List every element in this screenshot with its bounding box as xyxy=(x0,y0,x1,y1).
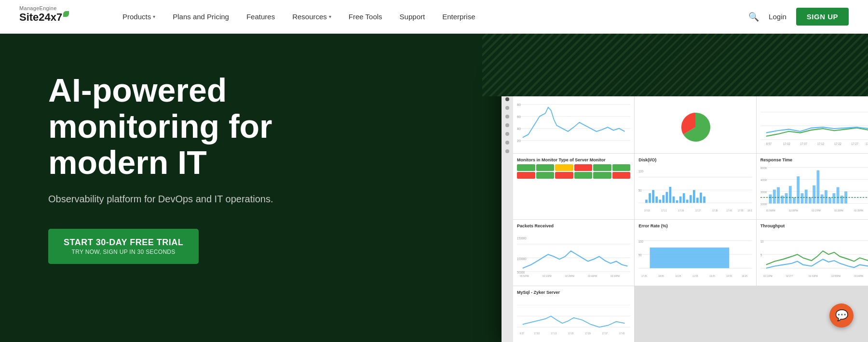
search-icon[interactable]: 🔍 xyxy=(748,12,759,22)
widget-throughput-chart: 10 5 02:13PM 02:27? 02:43PM 02:55PM 03:0… xyxy=(760,230,868,278)
sidebar-dot-1[interactable] xyxy=(505,97,509,101)
svg-rect-58 xyxy=(769,195,772,204)
dashboard-screenshot: ← Edit Dashboard Share This Raw Now Widg… xyxy=(502,72,868,342)
monitor-cell xyxy=(555,172,573,179)
svg-rect-39 xyxy=(696,198,699,203)
cta-sub-label: TRY NOW, SIGN UP IN 30 SECONDS xyxy=(64,249,183,255)
logo-manage-text: ManageEngine xyxy=(19,5,57,11)
svg-text:2000: 2000 xyxy=(760,191,767,194)
svg-text:17:29: 17:29 xyxy=(585,332,591,335)
hero-content: AI-powered monitoring for modern IT Obse… xyxy=(0,34,366,293)
svg-rect-74 xyxy=(832,193,835,203)
sidebar-dot-2[interactable] xyxy=(505,106,509,110)
widget-pie-chart xyxy=(638,98,752,153)
svg-rect-32 xyxy=(673,197,675,203)
login-button[interactable]: Login xyxy=(769,13,787,21)
svg-text:01:59PM: 01:59PM xyxy=(766,210,775,212)
widget-disk-io-chart: 100 50 xyxy=(638,164,752,212)
resources-chevron-icon: ▾ xyxy=(329,14,331,19)
svg-text:40: 40 xyxy=(517,127,521,131)
monitor-cell xyxy=(612,164,631,171)
monitor-cell xyxy=(574,172,593,179)
widget-packets-sent: Packets Sent 8:57 17:02 17:07 xyxy=(757,88,868,153)
diagonal-background xyxy=(482,34,868,96)
svg-text:1000: 1000 xyxy=(760,203,767,206)
widget-packets-received-title: Packets Received xyxy=(517,224,630,228)
monitor-cell xyxy=(517,172,535,179)
svg-text:17:22: 17:22 xyxy=(834,142,841,146)
svg-rect-34 xyxy=(679,197,682,203)
svg-text:100: 100 xyxy=(638,240,643,244)
svg-text:17:35: 17:35 xyxy=(712,209,718,211)
cta-button[interactable]: START 30-DAY FREE TRIAL TRY NOW, SIGN UP… xyxy=(48,229,199,264)
svg-text:50: 50 xyxy=(638,253,642,257)
svg-rect-72 xyxy=(825,190,827,204)
svg-text:6:57: 6:57 xyxy=(520,332,525,335)
svg-text:17:27: 17:27 xyxy=(695,209,701,211)
widget-disk-io: Disk(I/O) 100 50 xyxy=(635,154,756,219)
nav-links: Products ▾ Plans and Pricing Features Re… xyxy=(116,9,748,25)
nav-plans-pricing[interactable]: Plans and Pricing xyxy=(166,9,236,25)
svg-rect-26 xyxy=(652,190,655,203)
svg-rect-100 xyxy=(650,248,730,268)
svg-text:17:11: 17:11 xyxy=(661,209,667,211)
dashboard-body: CPU Utilization 20 40 60 80 xyxy=(502,88,868,342)
svg-rect-40 xyxy=(700,193,702,203)
sidebar-dot-6[interactable] xyxy=(505,141,509,145)
svg-text:17:02: 17:02 xyxy=(534,332,540,335)
svg-text:16:25: 16:25 xyxy=(742,275,747,278)
svg-rect-35 xyxy=(683,193,685,203)
svg-rect-75 xyxy=(836,187,839,204)
widget-response-time-title: Response Time xyxy=(760,158,868,162)
svg-rect-66 xyxy=(800,193,803,203)
widget-throughput-title: Throughput xyxy=(760,224,868,228)
cta-main-label: START 30-DAY FREE TRIAL xyxy=(64,237,183,248)
nav-enterprise[interactable]: Enterprise xyxy=(435,9,482,25)
widget-throughput: Throughput 10 5 02:13PM xyxy=(757,220,868,285)
svg-text:100: 100 xyxy=(638,170,643,173)
sidebar-dot-5[interactable] xyxy=(505,132,509,136)
svg-text:03:04PM: 03:04PM xyxy=(854,275,863,278)
svg-text:17:20: 17:20 xyxy=(568,332,574,335)
svg-rect-25 xyxy=(649,193,651,203)
svg-rect-67 xyxy=(804,190,807,204)
svg-text:18:03: 18:03 xyxy=(747,209,752,211)
svg-rect-37 xyxy=(690,195,692,203)
nav-products[interactable]: Products ▾ xyxy=(116,9,162,25)
svg-text:17:55: 17:55 xyxy=(738,209,744,211)
hero-section: AI-powered monitoring for modern IT Obse… xyxy=(0,34,868,342)
logo[interactable]: ManageEngine Site24x7 xyxy=(19,5,87,28)
svg-rect-28 xyxy=(659,200,662,203)
svg-rect-65 xyxy=(797,176,800,203)
svg-rect-70 xyxy=(816,171,819,204)
svg-text:50: 50 xyxy=(638,189,642,192)
svg-rect-71 xyxy=(820,195,823,204)
widget-monitor-grid xyxy=(517,164,630,212)
monitor-cell xyxy=(536,164,555,171)
svg-text:17:37: 17:37 xyxy=(602,332,608,335)
svg-text:20: 20 xyxy=(517,139,521,143)
svg-rect-61 xyxy=(781,196,784,203)
sidebar-dot-3[interactable] xyxy=(505,115,509,118)
svg-text:60: 60 xyxy=(517,115,521,119)
signup-button[interactable]: SIGN UP xyxy=(796,8,849,26)
nav-resources[interactable]: Resources ▾ xyxy=(285,9,338,25)
widget-error-rate-title: Error Rate (%) xyxy=(638,224,752,228)
widget-cpu: CPU Utilization 20 40 60 80 xyxy=(513,88,634,153)
chat-button[interactable]: 💬 xyxy=(829,303,854,328)
svg-text:8:57: 8:57 xyxy=(766,142,772,146)
nav-free-tools[interactable]: Free Tools xyxy=(342,9,389,25)
sidebar-dot-7[interactable] xyxy=(505,149,509,153)
widget-monitor-type: Monitors in Monitor Type of Server Monit… xyxy=(513,154,634,219)
widget-error-rate-chart: 100 50 17:25 18:55 10:25 11:55 13:25 14:… xyxy=(638,230,752,278)
svg-text:18:55: 18:55 xyxy=(659,275,665,278)
svg-text:5: 5 xyxy=(760,253,762,257)
svg-text:10: 10 xyxy=(760,240,764,244)
logo-leaf-icon xyxy=(63,11,69,17)
logo-brand-text: Site24x7 xyxy=(19,11,69,24)
sidebar-dot-4[interactable] xyxy=(505,123,509,127)
nav-features[interactable]: Features xyxy=(240,9,282,25)
svg-text:17:43: 17:43 xyxy=(727,209,732,211)
widget-cpu-chart: 20 40 60 80 xyxy=(517,98,630,146)
nav-support[interactable]: Support xyxy=(393,9,432,25)
